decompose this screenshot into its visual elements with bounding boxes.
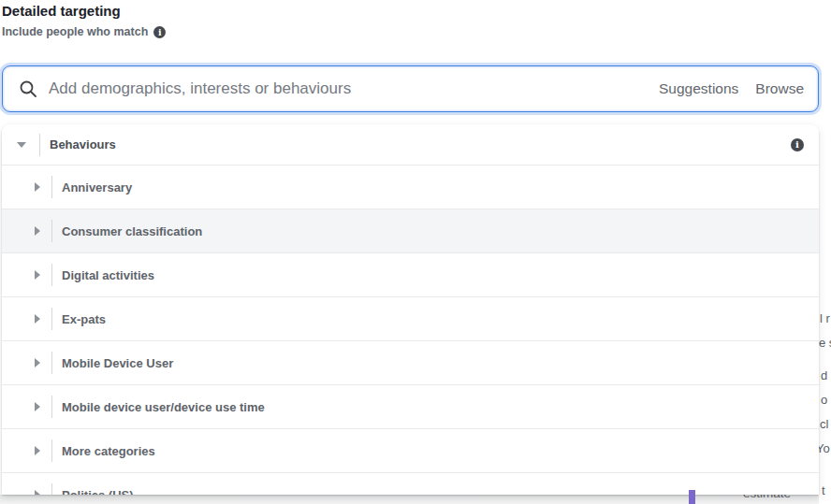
- list-item-ex-pats[interactable]: Ex-pats: [2, 297, 819, 341]
- item-label: Ex-pats: [62, 312, 106, 326]
- chevron-right-icon[interactable]: [35, 314, 40, 324]
- background-text-fragment: t: [822, 483, 825, 497]
- list-item-digital-activities[interactable]: Digital activities: [2, 253, 819, 297]
- item-label: Politics (US): [62, 488, 134, 496]
- suggestions-link[interactable]: Suggestions: [659, 80, 738, 97]
- background-text-fragment: e s: [819, 336, 831, 350]
- divider: [51, 439, 52, 462]
- item-label: Digital activities: [62, 268, 154, 282]
- group-row-behaviours[interactable]: Behaviours i: [2, 124, 819, 166]
- subtitle-row: Include people who match i: [2, 25, 166, 38]
- list-item-more-categories[interactable]: More categories: [2, 429, 819, 473]
- chevron-right-icon[interactable]: [35, 182, 40, 192]
- page-title: Detailed targeting: [2, 3, 121, 19]
- browse-link[interactable]: Browse: [755, 80, 804, 97]
- divider: [51, 483, 52, 495]
- divider: [51, 264, 52, 286]
- list-item-anniversary[interactable]: Anniversary: [2, 166, 819, 209]
- item-label: Mobile device user/device use time: [62, 400, 265, 414]
- group-label: Behaviours: [50, 137, 116, 151]
- search-input[interactable]: [47, 79, 659, 99]
- item-label: More categories: [62, 444, 155, 458]
- chevron-right-icon[interactable]: [35, 402, 40, 411]
- chevron-right-icon[interactable]: [35, 358, 40, 367]
- divider: [51, 176, 52, 198]
- browse-dropdown-panel: Behaviours i Anniversary Consumer classi…: [2, 124, 819, 495]
- info-icon[interactable]: i: [153, 26, 166, 38]
- background-text-fragment: l r: [820, 311, 830, 325]
- divider: [51, 220, 52, 242]
- subtitle-label: Include people who match: [2, 25, 148, 38]
- detailed-targeting-search[interactable]: Suggestions Browse: [2, 65, 819, 112]
- chevron-right-icon[interactable]: [35, 226, 40, 236]
- item-label: Consumer classification: [62, 224, 202, 238]
- info-icon[interactable]: i: [791, 138, 804, 151]
- divider: [51, 308, 52, 330]
- list-item-politics-us[interactable]: Politics (US): [2, 473, 819, 495]
- bg-accent-bar: [689, 490, 695, 504]
- background-text-fragment: d: [821, 368, 827, 382]
- list-item-mobile-device-use-time[interactable]: Mobile device user/device use time: [2, 385, 819, 429]
- list-item-consumer-classification[interactable]: Consumer classification: [2, 209, 819, 253]
- chevron-down-icon[interactable]: [17, 142, 26, 148]
- item-label: Anniversary: [62, 180, 132, 194]
- panel-shadow: [0, 495, 819, 504]
- item-label: Mobile Device User: [62, 356, 173, 370]
- background-text-fragment: cl: [820, 417, 828, 431]
- chevron-right-icon[interactable]: [35, 270, 40, 280]
- divider: [51, 396, 52, 418]
- divider: [51, 352, 52, 374]
- search-icon: [3, 79, 47, 98]
- background-text-fragment: o: [821, 393, 827, 407]
- divider: [39, 134, 40, 156]
- list-item-mobile-device-user[interactable]: Mobile Device User: [2, 341, 819, 385]
- chevron-right-icon[interactable]: [35, 446, 40, 455]
